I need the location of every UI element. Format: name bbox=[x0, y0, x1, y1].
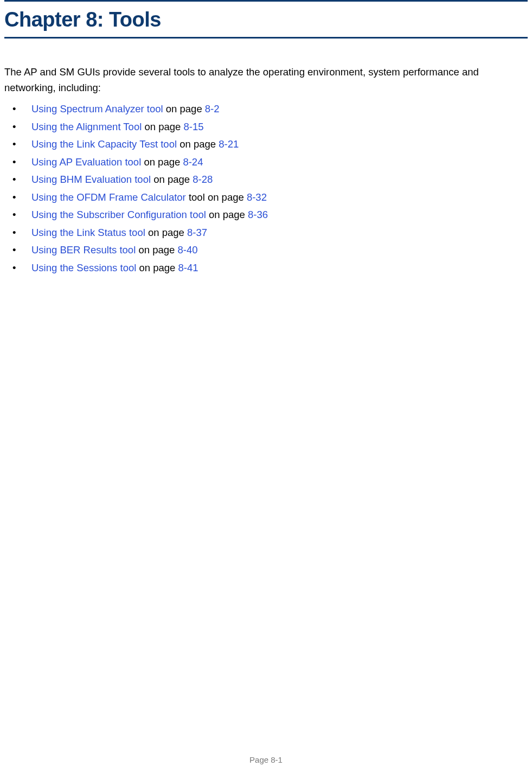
tools-list: Using Spectrum Analyzer tool on page 8-2… bbox=[4, 101, 528, 276]
list-item: Using the Alignment Tool on page 8-15 bbox=[4, 119, 528, 136]
tool-link[interactable]: Using the OFDM Frame Calculator bbox=[31, 191, 186, 203]
mid-text: on page bbox=[142, 121, 183, 132]
page-number: Page 8-1 bbox=[249, 755, 283, 764]
page-ref[interactable]: 8-15 bbox=[183, 121, 203, 132]
list-item: Using BER Results tool on page 8-40 bbox=[4, 242, 528, 259]
list-item: Using BHM Evaluation tool on page 8-28 bbox=[4, 171, 528, 188]
list-item: Using the OFDM Frame Calculator tool on … bbox=[4, 189, 528, 206]
chapter-heading: Chapter 8: Tools bbox=[4, 0, 528, 39]
page-ref[interactable]: 8-24 bbox=[183, 156, 203, 168]
mid-text: on page bbox=[136, 262, 178, 273]
page-ref[interactable]: 8-37 bbox=[187, 227, 207, 238]
page-ref[interactable]: 8-32 bbox=[247, 191, 267, 203]
page-footer: Page 8-1 bbox=[0, 755, 532, 764]
mid-text: on page bbox=[145, 227, 187, 238]
page-ref[interactable]: 8-2 bbox=[205, 103, 220, 114]
page-ref[interactable]: 8-28 bbox=[193, 174, 213, 185]
page-ref[interactable]: 8-36 bbox=[248, 209, 268, 220]
list-item: Using Spectrum Analyzer tool on page 8-2 bbox=[4, 101, 528, 118]
mid-text: on page bbox=[206, 209, 248, 220]
tool-link[interactable]: Using the Link Status tool bbox=[31, 227, 145, 238]
tool-link[interactable]: Using the Alignment Tool bbox=[31, 121, 142, 132]
mid-text: on page bbox=[141, 156, 183, 168]
mid-text: on page bbox=[151, 174, 193, 185]
page-ref[interactable]: 8-40 bbox=[177, 244, 197, 255]
tool-link[interactable]: Using the Link Capacity Test tool bbox=[31, 138, 177, 150]
mid-text: on page bbox=[136, 244, 177, 255]
tool-link[interactable]: Using AP Evaluation tool bbox=[31, 156, 141, 168]
tool-link[interactable]: Using the Sessions tool bbox=[31, 262, 136, 273]
chapter-title: Chapter 8: Tools bbox=[4, 8, 528, 31]
mid-text: tool on page bbox=[186, 191, 247, 203]
list-item: Using the Sessions tool on page 8-41 bbox=[4, 260, 528, 277]
list-item: Using the Link Status tool on page 8-37 bbox=[4, 225, 528, 241]
list-item: Using AP Evaluation tool on page 8-24 bbox=[4, 154, 528, 171]
tool-link[interactable]: Using BHM Evaluation tool bbox=[31, 174, 151, 185]
page-content: Chapter 8: Tools The AP and SM GUIs prov… bbox=[0, 0, 532, 277]
tool-link[interactable]: Using BER Results tool bbox=[31, 244, 136, 255]
tool-link[interactable]: Using the Subscriber Configuration tool bbox=[31, 209, 206, 220]
mid-text: on page bbox=[177, 138, 219, 150]
list-item: Using the Link Capacity Test tool on pag… bbox=[4, 136, 528, 153]
tool-link[interactable]: Using Spectrum Analyzer tool bbox=[31, 103, 163, 114]
page-ref[interactable]: 8-21 bbox=[219, 138, 239, 150]
mid-text: on page bbox=[163, 103, 205, 114]
page-ref[interactable]: 8-41 bbox=[178, 262, 198, 273]
intro-paragraph: The AP and SM GUIs provide several tools… bbox=[4, 65, 528, 95]
list-item: Using the Subscriber Configuration tool … bbox=[4, 207, 528, 223]
